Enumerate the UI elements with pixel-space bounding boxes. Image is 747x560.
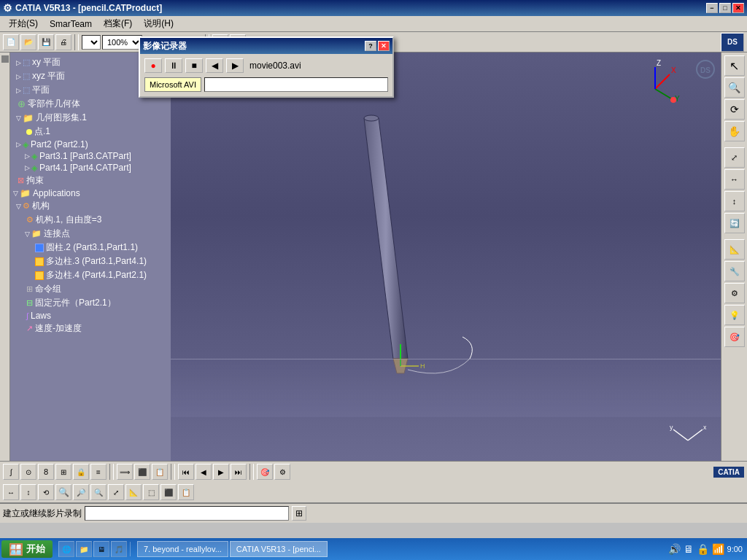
dialog-path-input[interactable] [204,77,388,92]
menu-help[interactable]: 说明(H) [138,16,179,31]
pan-btn[interactable]: ✋ [724,121,745,141]
sim-btn-9[interactable]: 📋 [152,464,168,480]
save-button[interactable]: 💾 [38,34,54,50]
record-button[interactable]: ● [144,58,162,73]
tool-btn-3[interactable]: ↕ [724,191,745,211]
view-btn-8[interactable]: 📐 [125,484,142,500]
sim-btn-1[interactable]: ∫ [3,464,19,480]
print-button[interactable]: 🖨 [55,34,71,50]
scroll-handle[interactable] [1,55,9,63]
view-btn-5[interactable]: 🔎 [73,484,89,500]
tool-btn-4[interactable]: 🔄 [724,213,745,233]
svg-text:Z: Z [657,60,661,67]
svg-marker-7 [364,118,408,359]
taskbar-media-icon[interactable]: 🎵 [111,541,127,557]
start-button[interactable]: 🪟 开始 [1,540,53,558]
zoom-btn[interactable]: 🔍 [724,77,745,98]
tool-btn-7[interactable]: ⚙ [724,283,745,303]
catia-logo-bottom: CATIA [713,467,744,478]
tool-btn-6[interactable]: 🔧 [724,261,745,281]
tree-item-geometry[interactable]: ⊕ 零部件几何体 [10,97,171,111]
right-toolbar: ↖ 🔍 ⟳ ✋ ⤢ ↔ ↕ 🔄 📐 🔧 ⚙ 💡 🎯 [721,52,747,461]
taskbar-app-1[interactable]: 7. beyond - reallylov... [137,541,228,557]
view-btn-1[interactable]: ↔ [3,484,19,500]
tree-item-fixed[interactable]: ⊟ 固定元件（Part2.1） [10,296,171,310]
select-btn[interactable]: ↖ [724,55,745,76]
tree-item-commands[interactable]: ⊞ 命令组 [10,282,171,296]
minimize-button[interactable]: − [706,3,718,13]
status-icon-btn[interactable]: ⊞ [292,506,306,521]
taskbar-app-2[interactable]: CATIA V5R13 - [penci... [230,541,328,557]
tree-item-joints-folder[interactable]: ▽ 📁 连接点 [10,227,171,241]
view-btn-6[interactable]: 🔍 [90,484,107,500]
sim-btn-11[interactable]: ◀ [196,464,212,480]
sim-btn-6[interactable]: ≡ [90,464,107,480]
view-btn-10[interactable]: ⬛ [160,484,177,500]
tree-item-cylinder[interactable]: 圆柱.2 (Part3.1,Part1.1) [10,241,171,254]
menu-smarteam[interactable]: SmarTeam [44,18,98,31]
taskbar-clock: 9:00 [727,545,743,553]
tree-item-point[interactable]: 点.1 [10,125,171,139]
tree-item-part2[interactable]: ▷ ◈ Part2 (Part2.1) [10,139,171,150]
view-btn-7[interactable]: ⤢ [108,484,124,500]
status-input[interactable] [85,506,289,521]
menu-start[interactable]: 开始(S) [3,16,44,31]
play-button[interactable]: ▶ [226,58,244,73]
tree-item-speed[interactable]: ↗ 速度-加速度 [10,322,171,335]
sim-btn-5[interactable]: 🔒 [73,464,89,480]
viewport-coords: x y [670,408,706,446]
sim-btn-4[interactable]: ⊞ [55,464,71,480]
rotate-btn[interactable]: ⟳ [724,99,745,120]
dialog-close-button[interactable]: ✕ [378,41,390,51]
tree-item-part3[interactable]: ▷ ◈ Part3.1 [Part3.CATPart] [10,150,171,162]
view-btn-11[interactable]: 📋 [178,484,194,500]
viewport[interactable]: X Y Z [171,52,721,461]
sim-btn-15[interactable]: ⚙ [274,464,290,480]
sim-btn-8[interactable]: ⬛ [134,464,150,480]
tree-item-prism4[interactable]: 多边柱.4 (Part4.1,Part2.1) [10,268,171,282]
zoom-select[interactable]: 100% [102,35,142,50]
stop-button[interactable]: ■ [185,58,203,73]
taskbar-desktop-icon[interactable]: 🖥 [93,541,109,557]
tree-item-mechanism[interactable]: ▽ ⚙ 机构 [10,199,171,213]
rewind-button[interactable]: ◀ [206,58,223,73]
new-button[interactable]: 📄 [3,34,19,50]
menu-file[interactable]: 档案(F) [98,16,138,31]
sim-btn-7[interactable]: ⟹ [117,464,133,480]
sim-btn-3[interactable]: 8 [38,464,54,480]
taskbar-ie-icon[interactable]: 🌐 [58,541,74,557]
dialog-title-buttons[interactable]: ? ✕ [365,41,390,51]
tool-btn-9[interactable]: 🎯 [724,327,745,347]
tool-btn-5[interactable]: 📐 [724,239,745,260]
dialog-help-button[interactable]: ? [365,41,376,51]
view-btn-3[interactable]: ⟲ [38,484,54,500]
tree-item-part4[interactable]: ▷ ◈ Part4.1 [Part4.CATPart] [10,162,171,174]
pause-button[interactable]: ⏸ [165,58,182,73]
tool-btn-2[interactable]: ↔ [724,169,745,190]
tool-btn-1[interactable]: ⤢ [724,147,745,168]
close-button[interactable]: ✕ [732,3,744,13]
view-select[interactable] [82,35,101,50]
tree-item-mechanism-1[interactable]: ⚙ 机构.1, 自由度=3 [10,213,171,227]
title-bar-buttons[interactable]: − □ ✕ [706,3,744,13]
tool-btn-8[interactable]: 💡 [724,305,745,325]
tree-item-constraint[interactable]: ⊠ 拘束 [10,174,171,187]
svg-line-0 [655,74,670,89]
tree-item-applications[interactable]: ▽ 📁 Applications [10,187,171,199]
maximize-button[interactable]: □ [719,3,731,13]
view-btn-9[interactable]: ⬚ [143,484,159,500]
dialog-title: 影像记录器 [143,40,187,52]
tree-item-laws[interactable]: ∫ Laws [10,310,171,322]
view-btn-4[interactable]: 🔍 [55,484,71,500]
tree-item-geomset[interactable]: ▽ 📁 几何图形集.1 [10,111,171,125]
svg-line-2 [655,89,673,100]
taskbar-folder-icon[interactable]: 📁 [76,541,92,557]
tree-item-prism3[interactable]: 多边柱.3 (Part3.1,Part4.1) [10,254,171,268]
sim-btn-10[interactable]: ⏮ [178,464,194,480]
sim-btn-2[interactable]: ⊙ [20,464,36,480]
sim-btn-13[interactable]: ⏭ [231,464,247,480]
sim-btn-14[interactable]: 🎯 [257,464,273,480]
open-button[interactable]: 📂 [20,34,36,50]
sim-btn-12[interactable]: ▶ [213,464,229,480]
view-btn-2[interactable]: ↕ [20,484,36,500]
